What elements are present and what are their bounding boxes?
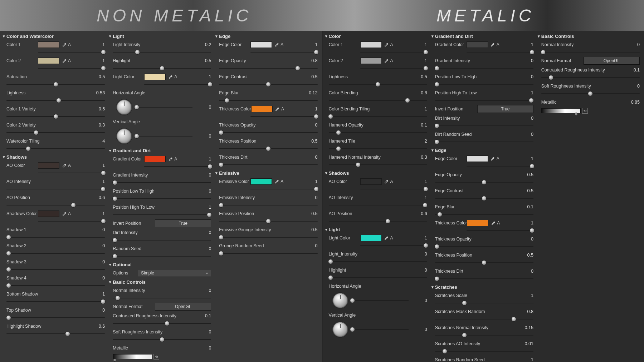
section-edge[interactable]: ▾ Edge <box>431 146 535 154</box>
param-value[interactable]: 1 <box>301 106 318 111</box>
slider-ao-position[interactable] <box>329 218 427 224</box>
eyedropper-icon[interactable] <box>274 42 279 47</box>
slider-dirt-intensity[interactable] <box>113 237 211 243</box>
param-value[interactable]: 1 <box>301 42 318 47</box>
slider-gradient-intensity[interactable] <box>435 65 533 71</box>
eyedropper-icon[interactable] <box>491 220 496 225</box>
param-value[interactable]: 0 <box>88 276 105 281</box>
eyedropper-icon[interactable] <box>384 58 389 63</box>
param-value[interactable]: 1 <box>411 179 427 184</box>
param-value[interactable]: 0 <box>411 298 427 303</box>
param-value[interactable]: 0 <box>195 230 211 235</box>
section-color[interactable]: ▾ Color <box>325 32 429 40</box>
param-value[interactable]: 0 <box>301 243 318 248</box>
param-value[interactable]: 0.1 <box>411 123 427 128</box>
param-value[interactable]: 1 <box>88 211 105 216</box>
param-value[interactable]: 0.2 <box>195 42 211 47</box>
eyedropper-icon[interactable] <box>168 74 173 79</box>
color-swatch[interactable] <box>144 156 166 162</box>
param-value[interactable]: 0.1 <box>195 313 211 318</box>
section-light[interactable]: ▾ Light <box>109 32 213 40</box>
param-value[interactable]: 0 <box>411 268 427 273</box>
input-normal-format[interactable]: OpenGL <box>584 57 640 65</box>
slider-watercolor-tiling[interactable] <box>6 146 105 152</box>
param-value[interactable]: 0.1 <box>517 204 533 209</box>
dropdown-options[interactable]: Simple▾ <box>138 269 211 277</box>
slider-edge-contrast[interactable] <box>219 81 317 87</box>
param-value[interactable]: 0.5 <box>301 227 318 232</box>
color-swatch[interactable] <box>360 41 382 48</box>
param-value[interactable]: 0.3 <box>411 155 427 160</box>
param-value[interactable]: 1 <box>88 163 105 168</box>
param-value[interactable]: 0.5 <box>517 188 533 193</box>
param-value[interactable]: 0 <box>301 123 318 128</box>
color-swatch[interactable] <box>250 178 272 185</box>
color-swatch[interactable] <box>250 41 272 48</box>
color-swatch[interactable] <box>467 41 488 48</box>
section-scratches[interactable]: ▾ Scratches <box>431 283 535 291</box>
alpha-slider[interactable] <box>144 81 211 87</box>
section-basic-controls[interactable]: ▾ Basic Controls <box>109 278 213 286</box>
slider-ao-position[interactable] <box>6 202 105 208</box>
slider-gradient-intensity[interactable] <box>113 180 211 185</box>
section-light[interactable]: ▾ Light <box>325 225 429 233</box>
angle-dial[interactable] <box>332 293 348 308</box>
param-value[interactable]: 0.6 <box>88 195 105 200</box>
slider-lightness[interactable] <box>329 81 427 87</box>
param-value[interactable]: 0 <box>195 173 211 178</box>
slider-emissive-position[interactable] <box>219 218 317 224</box>
param-value[interactable]: 0 <box>195 346 211 351</box>
color-swatch[interactable] <box>38 41 59 48</box>
param-value[interactable]: 0 <box>195 105 211 110</box>
slider-color-1-variety[interactable] <box>6 114 105 119</box>
alpha-slider[interactable] <box>250 114 317 119</box>
slider-scratches-ao-intensity[interactable] <box>435 348 533 354</box>
color-swatch[interactable] <box>467 155 488 162</box>
param-value[interactable]: 1 <box>88 179 105 184</box>
alpha-slider[interactable] <box>360 49 427 55</box>
slider-soft-roughness-intensity[interactable] <box>113 337 211 342</box>
slider-contrasted-roughness-intensity[interactable] <box>113 321 211 326</box>
param-value[interactable]: 1 <box>88 42 105 47</box>
angle-dial[interactable] <box>116 99 132 115</box>
slider-position-low-to-high[interactable] <box>435 81 533 87</box>
alpha-slider[interactable] <box>38 49 105 55</box>
param-value[interactable]: 0 <box>517 116 533 121</box>
param-value[interactable]: 0.8 <box>517 309 533 314</box>
slider-hamered-opacity[interactable] <box>329 130 427 135</box>
angle-dial[interactable] <box>332 322 348 337</box>
param-value[interactable]: 1 <box>411 235 427 240</box>
color-swatch[interactable] <box>360 58 382 64</box>
slider-contrasted-roughness-intensity[interactable] <box>541 75 640 80</box>
param-value[interactable]: 0 <box>88 308 105 313</box>
param-value[interactable]: 0 <box>411 252 427 257</box>
color-swatch[interactable] <box>38 58 59 64</box>
param-value[interactable]: 0.5 <box>517 172 533 177</box>
toggle-invert-position[interactable]: True <box>477 105 533 113</box>
reset-icon[interactable]: ⟲ <box>582 108 588 114</box>
param-value[interactable]: 0.01 <box>517 341 533 346</box>
slider-emissive-grunge-intensity[interactable] <box>219 234 317 240</box>
param-value[interactable]: 0.1 <box>623 68 640 73</box>
metallic-gradient[interactable] <box>541 108 581 113</box>
slider-scratches-normal-intensity[interactable] <box>435 332 533 338</box>
alpha-slider[interactable] <box>38 65 105 71</box>
alpha-slider[interactable] <box>360 186 427 192</box>
param-value[interactable]: 0.5 <box>301 74 318 79</box>
eyedropper-icon[interactable] <box>384 179 389 184</box>
param-value[interactable]: 0.6 <box>411 211 427 216</box>
param-value[interactable]: 0.5 <box>88 74 105 79</box>
slider-thickness-position[interactable] <box>435 260 533 266</box>
slider-position-low-to-high[interactable] <box>113 196 211 202</box>
alpha-slider[interactable] <box>38 170 105 176</box>
param-value[interactable]: 0 <box>195 329 211 334</box>
slider-scratches-scale[interactable] <box>435 300 533 306</box>
slider-color-blending[interactable] <box>329 98 427 103</box>
param-value[interactable]: 0.53 <box>88 90 105 95</box>
param-value[interactable]: 0 <box>623 84 640 89</box>
param-value[interactable]: 1 <box>517 357 533 362</box>
slider-shadow-4[interactable] <box>6 283 105 288</box>
slider-color-2-variety[interactable] <box>6 130 105 135</box>
section-basic-controls[interactable]: ▾ Basic Controls <box>538 32 641 40</box>
slider-thickness-position[interactable] <box>219 146 317 152</box>
